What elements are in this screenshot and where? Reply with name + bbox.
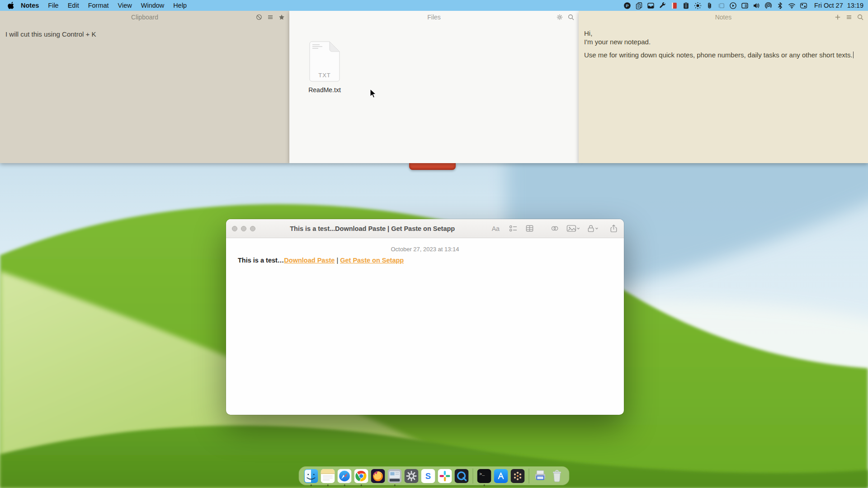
notes-line: Use me for writing down quick notes, pho… <box>584 51 860 59</box>
clipboard-block-icon[interactable] <box>256 14 262 20</box>
dock-terminal-icon[interactable]: >_ <box>477 469 491 483</box>
volume-icon[interactable] <box>753 2 760 9</box>
bluetooth-icon[interactable] <box>776 2 784 9</box>
note-text: This is a test… <box>238 257 284 264</box>
running-indicator <box>394 484 396 486</box>
dock-separator <box>529 469 529 483</box>
notes-search-icon[interactable] <box>857 14 863 20</box>
clock-date: Fri Oct 27 <box>814 2 843 9</box>
dock-unclutter-icon[interactable] <box>388 469 402 483</box>
apple-menu-icon[interactable] <box>7 2 14 9</box>
text-caret <box>853 52 854 58</box>
notes-add-icon[interactable] <box>835 14 841 20</box>
running-indicator <box>360 484 362 486</box>
paperclip-icon[interactable] <box>706 2 713 9</box>
notes-window-title: This is a test...Download Paste | Get Pa… <box>261 225 484 232</box>
dock-s-app-icon[interactable]: S <box>421 469 435 483</box>
hidden-red-window-edge[interactable] <box>409 163 456 170</box>
wrench-icon[interactable] <box>659 2 666 9</box>
note-body[interactable]: This is a test…Download Paste | Get Past… <box>238 257 624 264</box>
dock-chrome-icon[interactable] <box>354 469 368 483</box>
get-paste-setapp-link[interactable]: Get Paste on Setapp <box>340 257 404 264</box>
notes-line: Hi, <box>584 29 860 38</box>
control-center-icon[interactable] <box>800 2 807 9</box>
svg-text:Aa: Aa <box>492 225 500 232</box>
play-circle-icon[interactable] <box>729 2 737 9</box>
clipboard-panel-title: Clipboard <box>131 14 158 21</box>
drawer-icon[interactable] <box>647 2 655 9</box>
notes-panel-editor[interactable]: Hi, I'm your new notepad. Use me for wri… <box>579 23 868 59</box>
running-indicator <box>327 484 329 486</box>
traffic-lights <box>232 226 255 231</box>
notes-window-titlebar[interactable]: This is a test...Download Paste | Get Pa… <box>226 219 624 238</box>
running-indicator <box>310 484 312 486</box>
file-readme-txt[interactable]: TXT ReadMe.txt <box>301 40 348 94</box>
paste-app-icon[interactable]: P <box>623 2 631 9</box>
notes-panel-actions <box>835 11 863 23</box>
dock-quicktime-icon[interactable] <box>455 469 469 483</box>
app-menus: FileEditFormatViewWindowHelp <box>43 2 191 9</box>
files-content: TXT ReadMe.txt <box>289 23 579 163</box>
link-separator: | <box>336 257 338 264</box>
menu-window[interactable]: Window <box>137 2 169 9</box>
minimize-button[interactable] <box>241 226 246 231</box>
menu-file[interactable]: File <box>43 2 63 9</box>
dock-system-settings-icon[interactable] <box>405 469 419 483</box>
keyboard-brightness-icon[interactable] <box>717 2 725 9</box>
menu-bar: Notes FileEditFormatViewWindowHelp P Fri… <box>0 0 868 11</box>
svg-text:S: S <box>425 471 431 481</box>
copy-documents-icon[interactable] <box>635 2 643 9</box>
files-settings-icon[interactable] <box>557 14 563 20</box>
table-icon[interactable] <box>525 224 534 233</box>
link-icon[interactable] <box>550 224 559 233</box>
svg-text:P: P <box>626 3 629 8</box>
dock-safari-icon[interactable] <box>338 469 352 483</box>
screen-mirroring-icon[interactable] <box>764 2 772 9</box>
clipboard-panel: Clipboard I will cut this using Control … <box>0 11 289 163</box>
clipboard-star-icon[interactable] <box>278 14 285 20</box>
menu-bar-clock[interactable]: Fri Oct 27 13:19 <box>814 2 863 9</box>
checklist-icon[interactable] <box>509 224 518 233</box>
wifi-icon[interactable] <box>788 2 796 9</box>
menu-edit[interactable]: Edit <box>63 2 84 9</box>
dock-setapp-icon[interactable] <box>511 469 525 483</box>
dock-notes-icon[interactable] <box>321 469 335 483</box>
menu-help[interactable]: Help <box>169 2 191 9</box>
window-tiles-icon[interactable] <box>741 2 749 9</box>
clipboard-panel-header[interactable]: Clipboard <box>0 11 289 23</box>
clipboard-menu-icon[interactable] <box>267 14 274 20</box>
notes-line: I'm your new notepad. <box>584 38 860 46</box>
files-panel-actions <box>557 11 574 23</box>
media-icon[interactable] <box>566 224 580 233</box>
notes-panel-title: Notes <box>715 14 732 21</box>
status-icons: P <box>623 2 807 9</box>
menu-format[interactable]: Format <box>84 2 113 9</box>
desktop: Notes FileEditFormatViewWindowHelp P Fri… <box>0 0 868 488</box>
notes-menu-icon[interactable] <box>846 14 852 20</box>
active-app-menu[interactable]: Notes <box>21 2 39 9</box>
brightness-icon[interactable] <box>694 2 702 9</box>
menu-view[interactable]: View <box>113 2 137 9</box>
format-icon[interactable]: Aa <box>490 224 501 233</box>
notes-note-window: This is a test...Download Paste | Get Pa… <box>226 219 624 415</box>
share-icon[interactable] <box>609 224 618 233</box>
lock-icon[interactable] <box>587 224 599 233</box>
zoom-button[interactable] <box>250 226 255 231</box>
dock-printer-icon[interactable] <box>533 469 547 483</box>
clipboard-icon[interactable] <box>682 2 690 9</box>
mouse-cursor <box>370 89 377 99</box>
red-notebook-icon[interactable] <box>670 2 678 9</box>
notes-panel: Notes Hi, I'm your new notepad. Use me f… <box>579 11 868 163</box>
dock-firefox-icon[interactable] <box>371 469 385 483</box>
files-panel-header[interactable]: Files <box>289 11 579 23</box>
download-paste-link[interactable]: Download Paste <box>284 257 335 264</box>
clipboard-content-text[interactable]: I will cut this using Control + K <box>0 23 289 45</box>
dock-app-store-icon[interactable] <box>494 469 508 483</box>
files-search-icon[interactable] <box>568 14 574 20</box>
files-panel-title: Files <box>427 14 441 21</box>
dock-slack-icon[interactable] <box>438 469 452 483</box>
dock-trash-icon[interactable] <box>550 469 564 483</box>
dock-finder-icon[interactable] <box>304 469 318 483</box>
notes-panel-header[interactable]: Notes <box>579 11 868 23</box>
close-button[interactable] <box>232 226 237 231</box>
